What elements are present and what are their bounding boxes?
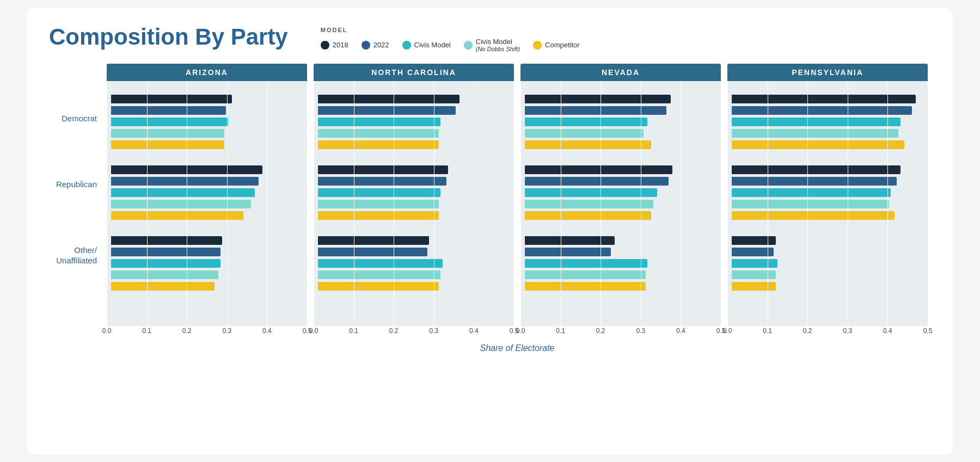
bar-2022	[525, 177, 669, 186]
y-axis-label: Democrat	[49, 113, 103, 124]
bar-group-democrat	[732, 90, 923, 154]
legend-color-dot	[402, 41, 411, 50]
bar-wrapper	[318, 117, 510, 127]
bar-2018	[111, 236, 222, 245]
grid-line	[307, 81, 308, 326]
bar-group-other	[525, 231, 716, 295]
bar-2018	[111, 95, 232, 103]
bar-2022	[525, 106, 666, 115]
bar-wrapper	[111, 128, 303, 138]
bar-wrapper	[732, 140, 923, 150]
x-tick-label: 0.1	[142, 327, 151, 335]
state-panel-arizona: ARIZONA	[107, 64, 307, 326]
bar-civis_no_dobbs	[111, 129, 224, 138]
legend-label-text: 2018	[333, 41, 348, 50]
x-tick-label: 0.4	[883, 327, 892, 335]
bar-civis_no_dobbs	[318, 129, 439, 138]
bar-wrapper	[318, 140, 510, 150]
bar-wrapper	[111, 281, 303, 291]
x-ticks-row: 0.00.10.20.30.40.5	[520, 327, 721, 340]
x-ticks-row: 0.00.10.20.30.40.5	[727, 327, 928, 340]
bar-wrapper	[318, 258, 510, 268]
bar-2022	[318, 177, 446, 186]
bar-civis	[111, 118, 228, 126]
y-axis-label: Other/Unaffiliated	[49, 245, 103, 266]
bar-2018	[525, 165, 672, 174]
bar-wrapper	[525, 176, 716, 186]
bar-wrapper	[111, 165, 303, 175]
bar-competitor	[111, 211, 243, 220]
legend-item: 2022	[362, 41, 389, 50]
x-tick-label: 0.1	[763, 327, 772, 335]
bar-wrapper	[525, 140, 716, 150]
x-tick-label: 0.3	[843, 327, 852, 335]
legend-color-dot	[321, 41, 329, 50]
bar-wrapper	[732, 106, 923, 115]
bar-wrapper	[111, 176, 303, 186]
bar-wrapper	[732, 128, 923, 138]
bar-wrapper	[525, 117, 716, 127]
state-body	[727, 81, 928, 326]
x-tick-label: 0.0	[102, 327, 112, 335]
bar-wrapper	[525, 270, 716, 280]
bar-competitor	[525, 140, 651, 149]
x-axis-label: Share of Electorate	[103, 343, 931, 353]
bar-civis_no_dobbs	[111, 270, 218, 279]
x-tick-label: 0.4	[676, 327, 685, 335]
legend-item: 2018	[321, 41, 348, 50]
bar-competitor	[318, 211, 439, 220]
bar-2018	[318, 165, 448, 174]
bar-civis	[525, 118, 647, 126]
legend-color-dot	[464, 41, 473, 50]
x-tick-label: 0.0	[309, 327, 318, 335]
bar-2022	[318, 106, 456, 115]
bar-wrapper	[732, 117, 923, 127]
bar-group-democrat	[111, 90, 303, 154]
bar-2022	[111, 248, 220, 256]
bar-civis	[732, 118, 901, 126]
bar-wrapper	[732, 165, 923, 175]
bar-group-republican	[318, 161, 510, 225]
bar-group-other	[732, 231, 923, 295]
legend-item: Competitor	[533, 41, 580, 50]
bar-wrapper	[525, 94, 716, 104]
bar-wrapper	[111, 117, 303, 127]
bar-wrapper	[525, 281, 716, 291]
bar-group-republican	[732, 161, 923, 225]
state-body	[107, 81, 307, 326]
bar-civis	[732, 188, 891, 197]
bar-competitor	[732, 211, 895, 220]
x-tick-label: 0.3	[429, 327, 438, 335]
bar-civis	[318, 118, 440, 126]
bar-2018	[732, 165, 901, 174]
bar-wrapper	[111, 270, 303, 280]
grid-line	[314, 81, 314, 326]
bar-civis_no_dobbs	[525, 200, 653, 208]
legend-label-text: 2022	[373, 41, 389, 50]
bar-2018	[525, 95, 671, 103]
bottom-area: 0.00.10.20.30.40.50.00.10.20.30.40.50.00…	[103, 326, 931, 340]
bar-wrapper	[525, 106, 716, 115]
bar-wrapper	[732, 199, 923, 209]
bar-2022	[111, 106, 226, 115]
bar-civis_no_dobbs	[111, 200, 251, 208]
state-panel-nevada: NEVADA	[520, 64, 721, 326]
state-body	[314, 81, 514, 326]
bar-2018	[732, 236, 776, 245]
bar-competitor	[732, 282, 776, 291]
bar-competitor	[318, 140, 439, 149]
x-ticks-row: 0.00.10.20.30.40.5	[314, 327, 514, 340]
bar-wrapper	[732, 188, 923, 198]
bar-group-republican	[111, 161, 303, 225]
bar-competitor	[111, 140, 224, 149]
bar-group-other	[318, 231, 510, 295]
bar-wrapper	[318, 270, 510, 280]
x-tick-label: 0.2	[596, 327, 605, 335]
bar-wrapper	[111, 140, 303, 150]
bar-wrapper	[318, 165, 510, 175]
x-ticks-row: 0.00.10.20.30.40.5	[107, 327, 307, 340]
bar-civis_no_dobbs	[732, 129, 898, 138]
bar-group-other	[111, 231, 303, 295]
bar-wrapper	[111, 236, 303, 245]
x-tick-label: 0.3	[636, 327, 645, 335]
